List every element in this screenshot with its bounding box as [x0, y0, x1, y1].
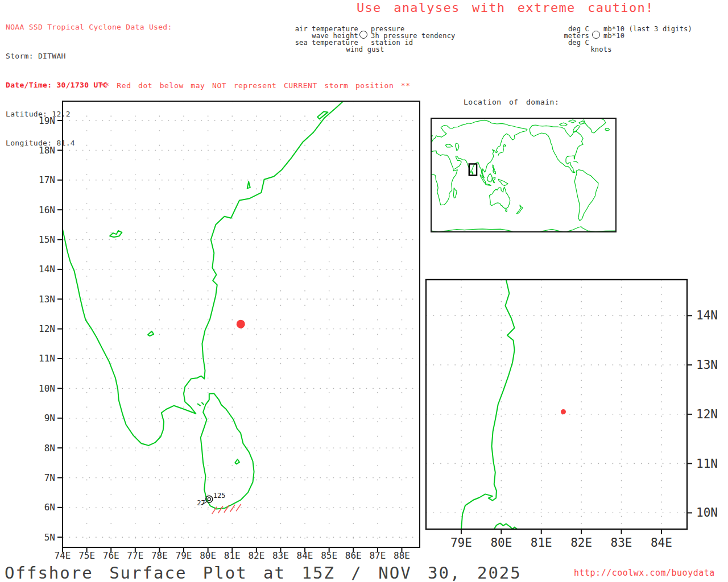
- lat-tick-label: 5N: [44, 532, 55, 543]
- lon-tick-label: 79E: [450, 536, 472, 550]
- world-coastline: [579, 121, 585, 124]
- storm-position-dot: [561, 409, 566, 414]
- red-hatch-mark: [218, 506, 223, 513]
- lat-tick-label: 17N: [39, 174, 55, 185]
- lat-tick-label: 16N: [39, 205, 55, 215]
- weather-plot-canvas: 1252719N18N17N16N15N14N13N12N11N10N9N8N7…: [0, 0, 728, 582]
- lat-tick-label: 13N: [39, 294, 55, 305]
- world-coastline: [574, 170, 598, 221]
- lat-tick-label: 14N: [39, 264, 55, 275]
- lon-tick-label: 85E: [321, 550, 337, 561]
- world-coastline: [584, 117, 606, 133]
- lon-tick-label: 81E: [531, 536, 552, 550]
- coastline: [201, 393, 254, 509]
- lon-tick-label: 79E: [176, 550, 192, 561]
- world-coastline: [490, 187, 510, 208]
- offshore-surface-plot-page: { "header": { "noaa_line": "NOAA SSD Tro…: [0, 0, 728, 582]
- coastline: [198, 404, 200, 406]
- lat-tick-label: 15N: [39, 234, 55, 245]
- world-coastline: [431, 120, 527, 178]
- world-coastline: [530, 125, 583, 173]
- station-circle-inner: [208, 498, 210, 501]
- world-coastline: [520, 205, 523, 210]
- lat-tick-label: 10N: [39, 383, 55, 394]
- lat-tick-label: 10N: [696, 506, 718, 519]
- lon-tick-label: 83E: [611, 536, 632, 550]
- main-map: 12527: [63, 101, 420, 548]
- coastline: [110, 231, 122, 238]
- world-locator-map: [431, 117, 616, 233]
- world-coastline: [506, 210, 507, 211]
- lon-tick-label: 74E: [55, 550, 71, 561]
- zoom-map: [426, 280, 687, 529]
- lon-tick-label: 77E: [127, 550, 143, 561]
- lat-tick-label: 19N: [39, 115, 55, 126]
- world-coastline: [560, 123, 568, 126]
- lat-tick-label: 12N: [696, 408, 718, 421]
- lat-tick-label: 14N: [696, 309, 718, 322]
- source-url: http://coolwx.com/buoydata: [574, 568, 715, 578]
- plot-title: Offshore Surface Plot at 15Z / NOV 30, 2…: [5, 563, 522, 582]
- lat-tick-label: 6N: [44, 502, 55, 513]
- lat-tick-label: 7N: [44, 472, 55, 483]
- world-coastline: [453, 188, 457, 198]
- station-temp-value: 27: [197, 499, 205, 507]
- red-hatch-mark: [236, 504, 241, 512]
- lon-tick-label: 82E: [248, 550, 264, 561]
- lon-tick-label: 76E: [103, 550, 119, 561]
- zoom-map-frame: [426, 280, 687, 529]
- lon-tick-label: 83E: [272, 550, 289, 561]
- world-coastline: [485, 184, 491, 186]
- coastline: [317, 111, 328, 119]
- world-coastline: [445, 144, 452, 147]
- coastline: [235, 459, 239, 464]
- red-hatch-mark: [224, 505, 229, 513]
- world-coastline: [492, 178, 495, 183]
- lat-tick-label: 13N: [696, 358, 718, 372]
- lon-tick-label: 81E: [224, 550, 241, 561]
- station-pressure-value: 125: [213, 492, 226, 500]
- world-coastline: [431, 170, 457, 205]
- lat-tick-label: 9N: [44, 413, 55, 423]
- red-hatch-mark: [230, 505, 235, 512]
- lon-tick-label: 84E: [651, 536, 672, 550]
- coastline: [247, 181, 250, 188]
- world-coastline: [498, 179, 508, 185]
- lon-tick-label: 80E: [490, 536, 512, 550]
- coastline: [202, 403, 204, 405]
- world-coastline: [569, 120, 576, 123]
- lon-tick-label: 82E: [570, 536, 592, 550]
- world-coastline: [487, 173, 493, 182]
- lon-tick-label: 80E: [200, 550, 216, 561]
- world-coastline: [493, 165, 495, 174]
- lon-tick-label: 86E: [345, 550, 362, 561]
- lon-tick-label: 84E: [297, 550, 313, 561]
- coastline: [494, 523, 518, 529]
- lat-tick-label: 11N: [696, 457, 718, 471]
- lat-tick-label: 11N: [39, 353, 55, 364]
- world-coastline: [574, 161, 578, 163]
- world-coastline: [605, 128, 610, 131]
- coastline: [148, 331, 154, 336]
- world-map-frame: [431, 118, 616, 232]
- coastline: [63, 101, 344, 446]
- world-coastline: [455, 143, 458, 151]
- world-coastline: [516, 210, 520, 214]
- storm-position-dot: [237, 320, 245, 329]
- lon-tick-label: 75E: [78, 550, 95, 561]
- lon-tick-label: 88E: [394, 550, 410, 561]
- lon-tick-label: 87E: [369, 550, 386, 561]
- lat-tick-label: 18N: [39, 145, 55, 156]
- lon-tick-label: 78E: [151, 550, 168, 561]
- lat-tick-label: 12N: [39, 323, 55, 334]
- coastline: [461, 280, 515, 529]
- lat-tick-label: 8N: [44, 443, 55, 454]
- world-coastline: [472, 172, 473, 174]
